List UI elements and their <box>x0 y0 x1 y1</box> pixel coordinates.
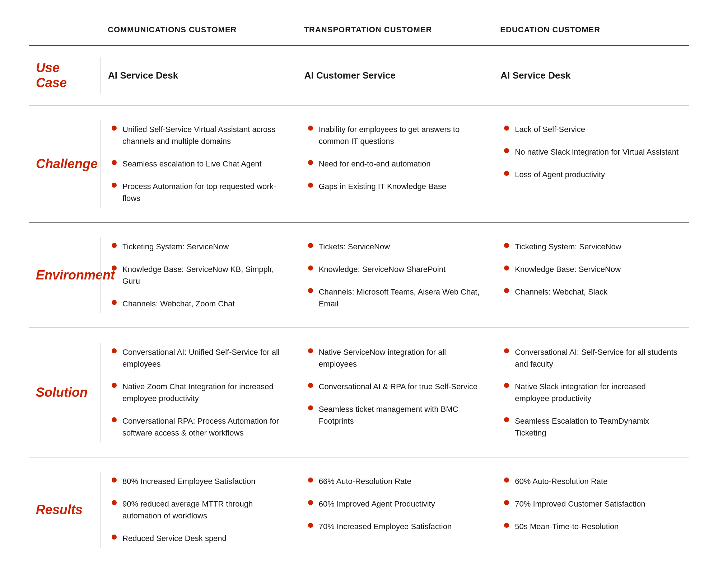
bullet-dot-icon <box>308 405 313 410</box>
list-item-text: Seamless ticket management with BMC Foot… <box>319 403 486 427</box>
bullet-dot-icon <box>112 300 117 305</box>
results-row: Results 80% Increased Employee Satisfact… <box>29 457 689 562</box>
challenge-edu-content: Lack of Self-ServiceNo native Slack inte… <box>493 120 689 208</box>
header-trans: TRANSPORTATION CUSTOMER <box>297 22 493 38</box>
bullet-dot-icon <box>504 126 509 131</box>
bullet-dot-icon <box>504 288 509 293</box>
solution-edu-list: Conversational AI: Self-Service for all … <box>504 346 682 439</box>
results-edu-content: 60% Auto-Resolution Rate70% Improved Cus… <box>493 472 689 548</box>
list-item-text: Inability for employees to get answers t… <box>319 123 486 147</box>
solution-row: Solution Conversational AI: Unified Self… <box>29 328 689 457</box>
results-comm-content: 80% Increased Employee Satisfaction90% r… <box>101 472 297 548</box>
bullet-dot-icon <box>504 478 509 483</box>
list-item: 80% Increased Employee Satisfaction <box>112 475 290 487</box>
bullet-dot-icon <box>308 160 313 165</box>
list-item-text: Native Zoom Chat Integration for increas… <box>122 381 290 404</box>
use-case-trans-title: AI Customer Service <box>304 70 396 81</box>
bullet-dot-icon <box>112 265 117 271</box>
list-item: Need for end-to-end automation <box>308 158 486 170</box>
list-item-text: Native ServiceNow integration for all em… <box>319 346 486 370</box>
challenge-edu-list: Lack of Self-ServiceNo native Slack inte… <box>504 123 682 180</box>
list-item: Conversational AI & RPA for true Self-Se… <box>308 381 486 392</box>
list-item: Seamless escalation to Live Chat Agent <box>112 158 290 170</box>
list-item-text: Unified Self-Service Virtual Assistant a… <box>122 123 290 147</box>
bullet-dot-icon <box>308 265 313 271</box>
list-item-text: Channels: Webchat, Zoom Chat <box>122 298 235 310</box>
list-item: Conversational AI: Unified Self-Service … <box>112 346 290 370</box>
list-item: Native Zoom Chat Integration for increas… <box>112 381 290 404</box>
bullet-dot-icon <box>308 478 313 483</box>
list-item: Ticketing System: ServiceNow <box>504 241 682 253</box>
solution-edu-content: Conversational AI: Self-Service for all … <box>493 343 689 442</box>
challenge-comm-content: Unified Self-Service Virtual Assistant a… <box>101 120 297 208</box>
solution-comm-list: Conversational AI: Unified Self-Service … <box>112 346 290 439</box>
list-item-text: 80% Increased Employee Satisfaction <box>122 475 256 487</box>
solution-trans-list: Native ServiceNow integration for all em… <box>308 346 486 427</box>
list-item: Native ServiceNow integration for all em… <box>308 346 486 370</box>
environment-trans-list: Tickets: ServiceNowKnowledge: ServiceNow… <box>308 241 486 310</box>
list-item-text: 60% Improved Agent Productivity <box>319 498 435 510</box>
list-item-text: Ticketing System: ServiceNow <box>122 241 229 253</box>
bullet-dot-icon <box>112 478 117 483</box>
bullet-dot-icon <box>112 417 117 422</box>
use-case-edu: AI Service Desk <box>493 57 689 94</box>
bullet-dot-icon <box>504 348 509 353</box>
header-edu: EDUCATION CUSTOMER <box>493 22 689 38</box>
environment-label-cell: Environment <box>29 237 101 313</box>
list-item-text: Conversational RPA: Process Automation f… <box>122 415 290 439</box>
challenge-trans-content: Inability for employees to get answers t… <box>297 120 493 208</box>
list-item-text: Conversational AI: Self-Service for all … <box>515 346 682 370</box>
results-edu-list: 60% Auto-Resolution Rate70% Improved Cus… <box>504 475 682 532</box>
bullet-dot-icon <box>504 171 509 176</box>
solution-trans-content: Native ServiceNow integration for all em… <box>297 343 493 442</box>
list-item: Unified Self-Service Virtual Assistant a… <box>112 123 290 147</box>
list-item-text: Lack of Self-Service <box>515 123 585 135</box>
bullet-dot-icon <box>308 500 313 505</box>
use-case-edu-title: AI Service Desk <box>500 70 570 81</box>
challenge-comm-list: Unified Self-Service Virtual Assistant a… <box>112 123 290 204</box>
list-item-text: Gaps in Existing IT Knowledge Base <box>319 180 446 192</box>
list-item-text: Conversational AI: Unified Self-Service … <box>122 346 290 370</box>
list-item: 50s Mean-Time-to-Resolution <box>504 521 682 532</box>
list-item-text: Reduced Service Desk spend <box>122 532 227 544</box>
results-label-text: Results <box>36 502 83 517</box>
list-item: Knowledge: ServiceNow SharePoint <box>308 263 486 275</box>
bullet-dot-icon <box>308 126 313 131</box>
list-item: Knowledge Base: ServiceNow <box>504 263 682 275</box>
list-item-text: No native Slack integration for Virtual … <box>515 146 679 158</box>
use-case-label-cell: Use Case <box>29 57 101 94</box>
list-item: Channels: Webchat, Slack <box>504 286 682 298</box>
list-item-text: 70% Increased Employee Satisfaction <box>319 521 452 532</box>
list-item: 70% Improved Customer Satisfaction <box>504 498 682 510</box>
results-label-cell: Results <box>29 472 101 548</box>
list-item: 60% Improved Agent Productivity <box>308 498 486 510</box>
list-item-text: Knowledge Base: ServiceNow <box>515 263 621 275</box>
list-item: Lack of Self-Service <box>504 123 682 135</box>
environment-edu-list: Ticketing System: ServiceNowKnowledge Ba… <box>504 241 682 298</box>
list-item: Ticketing System: ServiceNow <box>112 241 290 253</box>
bullet-dot-icon <box>504 265 509 271</box>
use-case-comm: AI Service Desk <box>101 57 297 94</box>
bullet-dot-icon <box>504 243 509 248</box>
challenge-label-text: Challenge <box>36 156 98 171</box>
list-item-text: Need for end-to-end automation <box>319 158 431 170</box>
list-item-text: Channels: Webchat, Slack <box>515 286 607 298</box>
comparison-table: COMMUNICATIONS CUSTOMER TRANSPORTATION C… <box>29 22 689 562</box>
bullet-dot-icon <box>308 183 313 188</box>
list-item-text: Seamless Escalation to TeamDynamix Ticke… <box>515 415 682 439</box>
bullet-dot-icon <box>308 243 313 248</box>
list-item: 60% Auto-Resolution Rate <box>504 475 682 487</box>
list-item: Conversational AI: Self-Service for all … <box>504 346 682 370</box>
use-case-label-text: Use Case <box>36 60 93 90</box>
list-item: Conversational RPA: Process Automation f… <box>112 415 290 439</box>
solution-label-cell: Solution <box>29 343 101 442</box>
list-item-text: 60% Auto-Resolution Rate <box>515 475 607 487</box>
list-item: Tickets: ServiceNow <box>308 241 486 253</box>
list-item-text: Channels: Microsoft Teams, Aisera Web Ch… <box>319 286 486 310</box>
environment-comm-list: Ticketing System: ServiceNowKnowledge Ba… <box>112 241 290 310</box>
environment-edu-content: Ticketing System: ServiceNowKnowledge Ba… <box>493 237 689 313</box>
environment-trans-content: Tickets: ServiceNowKnowledge: ServiceNow… <box>297 237 493 313</box>
list-item-text: Process Automation for top requested wor… <box>122 180 290 204</box>
bullet-dot-icon <box>308 288 313 293</box>
list-item: Channels: Microsoft Teams, Aisera Web Ch… <box>308 286 486 310</box>
